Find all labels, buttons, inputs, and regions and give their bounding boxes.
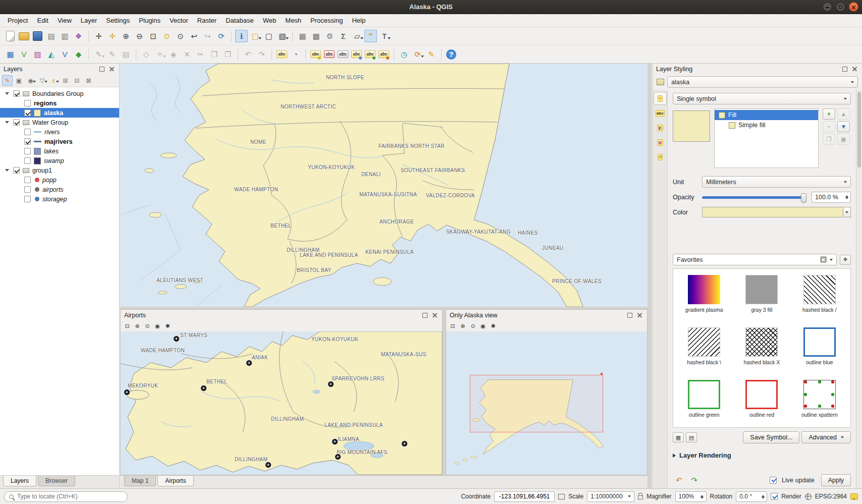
symbol-outline-xpattern[interactable]: outline xpattern (791, 380, 848, 426)
zoom-to-layer-icon[interactable]: ⊙ (468, 321, 477, 330)
zoom-to-selection-icon[interactable]: ⊕ (458, 321, 467, 330)
menu-edit[interactable]: Edit (32, 15, 52, 26)
copy-features-icon[interactable]: ❐ (208, 48, 221, 61)
zoom-full-icon[interactable]: ⊡ (123, 321, 132, 330)
move-label-icon[interactable]: abc (350, 48, 363, 61)
temporal-controller-icon[interactable]: ◷ (398, 48, 410, 61)
layer-visibility-checkbox[interactable] (24, 196, 31, 202)
save-symbol-button[interactable]: Save Symbol... (743, 431, 799, 443)
maximize-button[interactable] (836, 2, 845, 12)
minimize-button[interactable] (823, 2, 832, 12)
identify-features-icon[interactable]: ℹ (235, 30, 248, 42)
close-panel-icon[interactable] (636, 311, 643, 319)
layer-item-regions[interactable]: regions (0, 98, 119, 108)
move-down-icon[interactable]: ▼ (837, 121, 850, 132)
vertex-tool-icon[interactable]: ✧ (153, 48, 166, 61)
symbol-outline-blue[interactable]: outline blue (791, 327, 848, 374)
rotate-label-icon[interactable]: abc (364, 48, 376, 61)
opacity-spin[interactable]: 100.0 % (812, 192, 851, 203)
current-edits-icon[interactable]: ✎ (92, 48, 105, 61)
extent-rectangle[interactable] (470, 375, 603, 432)
style-manager-icon[interactable]: ❖ (840, 255, 851, 265)
layer-visibility-checkbox[interactable] (24, 100, 31, 106)
paste-features-icon[interactable]: ❒ (222, 48, 234, 61)
select-by-expression-icon[interactable]: ▧ (276, 30, 289, 42)
new-print-layout-icon[interactable]: ▤ (45, 30, 58, 42)
color-dropdown-button[interactable] (843, 207, 851, 217)
spin-arrows-icon[interactable] (700, 493, 705, 500)
locate-input[interactable] (17, 493, 123, 500)
layer-visibility-checkbox[interactable] (24, 109, 31, 116)
duplicate-symbol-layer-icon[interactable]: ❐ (823, 134, 835, 145)
symbol-root-item[interactable]: Fill (715, 110, 818, 120)
labels-tab-icon[interactable]: abc (654, 106, 667, 120)
remove-layer-icon[interactable]: ⊠ (83, 75, 94, 86)
add-raster-layer-icon[interactable]: ▨ (31, 48, 44, 61)
field-calculator-icon[interactable]: ▩ (310, 30, 322, 42)
locate-search[interactable] (4, 491, 128, 502)
zoom-to-selection-icon[interactable]: ⊙ (160, 30, 173, 42)
open-layer-styling-icon[interactable]: ✎ (2, 75, 13, 86)
styling-layer-combo[interactable]: alaska (667, 76, 858, 88)
close-panel-icon[interactable] (851, 65, 858, 73)
layer-item-rivers[interactable]: rivers (0, 127, 119, 137)
list-view-toggle[interactable]: ▤ (686, 432, 697, 442)
redo-style-icon[interactable]: ↷ (688, 474, 701, 486)
expand-all-icon[interactable]: ⊞ (60, 75, 71, 86)
lock-scale-icon[interactable] (638, 495, 643, 499)
refresh-layers-icon[interactable]: ⟳ (411, 48, 424, 61)
layer-visibility-checkbox[interactable] (13, 167, 20, 174)
add-group-icon[interactable]: ▣ (14, 75, 24, 86)
layer-item-boundaries-group[interactable]: Boundaries Group (0, 89, 119, 98)
symbol-outline-red[interactable]: outline red (733, 380, 790, 426)
symbology-tab-icon[interactable]: ✎ (654, 92, 667, 105)
new-geopackage-layer-icon[interactable]: ◆ (72, 48, 85, 61)
menu-settings[interactable]: Settings (101, 15, 134, 26)
layer-item-airports[interactable]: airports (0, 185, 119, 194)
layer-diagram-icon[interactable]: ◔ (289, 48, 302, 61)
menu-database[interactable]: Database (221, 15, 258, 26)
deselect-features-icon[interactable]: ▢ (262, 30, 275, 42)
zoom-full-icon[interactable]: ⊡ (448, 321, 457, 330)
layer-visibility-checkbox[interactable] (24, 148, 31, 154)
float-panel-icon[interactable] (421, 311, 428, 319)
edit-annotations-icon[interactable]: ✎ (425, 48, 438, 61)
move-up-icon[interactable]: ▲ (837, 108, 850, 120)
redo-icon[interactable]: ↷ (255, 48, 268, 61)
apply-button[interactable]: Apply (821, 474, 851, 486)
pan-to-selection-icon[interactable]: ✛ (106, 30, 119, 42)
layer-item-storagep[interactable]: storagep (0, 194, 119, 204)
layer-rendering-section[interactable]: Layer Rendering (673, 452, 851, 459)
add-polygon-feature-icon[interactable]: ◇ (140, 48, 152, 61)
open-attribute-table-icon[interactable]: ▦ (296, 30, 309, 42)
open-project-icon[interactable] (19, 32, 29, 40)
statistical-summary-icon[interactable]: Σ (337, 30, 350, 42)
3d-view-tab-icon[interactable]: ◧ (654, 121, 667, 134)
filter-by-expression-icon[interactable]: ε (48, 75, 59, 86)
add-vector-layer-icon[interactable]: V (18, 48, 30, 61)
style-manager-icon[interactable]: ❖ (72, 30, 85, 42)
symbol-gradient-plasma[interactable]: gradient plasma (675, 275, 733, 321)
show-hidden-labels-icon[interactable]: abc (337, 48, 349, 61)
collapse-all-icon[interactable]: ⊟ (72, 75, 82, 86)
render-checkbox[interactable] (771, 493, 778, 500)
menu-view[interactable]: View (53, 15, 76, 26)
layer-visibility-checkbox[interactable] (24, 138, 31, 145)
menu-web[interactable]: Web (258, 15, 281, 26)
symbol-type-combo[interactable]: Single symbol (673, 93, 851, 104)
text-annotation-icon[interactable]: T (378, 30, 391, 42)
menu-mesh[interactable]: Mesh (281, 15, 306, 26)
options-icon[interactable]: ⚙ (324, 30, 336, 42)
zoom-last-icon[interactable]: ↩ (188, 30, 200, 42)
zoom-next-icon[interactable]: ↪ (201, 30, 214, 42)
messages-icon[interactable] (850, 493, 858, 500)
styling-scrollbar[interactable] (856, 90, 862, 488)
configure-view-icon[interactable]: ✱ (489, 321, 498, 330)
tab-airports[interactable]: Airports (157, 476, 193, 486)
menu-vector[interactable]: Vector (165, 15, 193, 26)
highlight-pinned-labels-icon[interactable]: abc (323, 48, 336, 61)
help-icon[interactable]: ? (446, 49, 456, 60)
symbol-hashed-black-fwd[interactable]: hashed black / (791, 275, 848, 321)
layer-item-majrivers[interactable]: majrivers (0, 137, 119, 146)
zoom-to-layer-icon[interactable]: ⊙ (174, 30, 187, 42)
